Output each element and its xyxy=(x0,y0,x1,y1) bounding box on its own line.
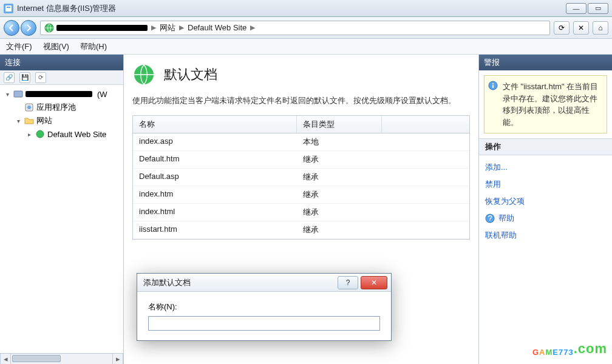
chevron-right-icon: ▶ xyxy=(178,24,185,32)
dialog-titlebar[interactable]: 添加默认文档 ? ✕ xyxy=(137,274,391,292)
svg-point-7 xyxy=(27,106,31,109)
add-document-dialog: 添加默认文档 ? ✕ 名称(N): xyxy=(137,273,392,341)
svg-rect-2 xyxy=(7,7,10,8)
breadcrumb-default-site[interactable]: Default Web Site xyxy=(188,23,246,32)
cell-name: index.htm xyxy=(133,186,297,203)
menu-view[interactable]: 视图(V) xyxy=(43,41,69,52)
window-controls: — ▭ xyxy=(566,3,608,14)
cell-type: 继承 xyxy=(297,186,382,203)
tree-refresh-button[interactable]: ⟳ xyxy=(35,72,46,83)
svg-rect-11 xyxy=(492,85,494,88)
default-document-icon xyxy=(132,63,155,86)
dialog-close-button[interactable]: ✕ xyxy=(361,276,387,289)
cell-name: index.html xyxy=(133,204,297,221)
table-row[interactable]: index.asp本地 xyxy=(133,133,469,151)
forward-button[interactable] xyxy=(21,20,36,36)
page-title: 默认文档 xyxy=(164,66,217,84)
refresh-button[interactable]: ⟳ xyxy=(554,21,570,35)
col-header-type[interactable]: 条目类型 xyxy=(297,116,382,133)
scroll-thumb[interactable] xyxy=(12,355,61,362)
server-icon xyxy=(13,89,23,99)
tree-sites-node[interactable]: ▾ 网站 xyxy=(1,114,122,127)
menu-bar: 文件(F) 视图(V) 帮助(H) xyxy=(0,39,612,55)
cell-type: 继承 xyxy=(297,151,382,168)
table-row[interactable]: index.html继承 xyxy=(133,204,469,221)
cell-name: Default.asp xyxy=(133,169,297,186)
help-icon: ? xyxy=(485,214,495,223)
col-header-spacer xyxy=(382,116,469,133)
alerts-header: 警报 xyxy=(479,55,612,70)
action-help[interactable]: ? 帮助 xyxy=(485,210,606,227)
dialog-name-input[interactable] xyxy=(148,316,380,331)
right-panel: 警报 文件 "iisstart.htm" 在当前目录中存在。建议您将此文件移到列… xyxy=(478,55,612,364)
cell-type: 继承 xyxy=(297,204,382,221)
cell-name: index.asp xyxy=(133,133,297,150)
cell-name: iisstart.htm xyxy=(133,221,297,238)
connections-header: 连接 xyxy=(0,55,123,70)
cell-name: Default.htm xyxy=(133,151,297,168)
action-revert[interactable]: 恢复为父项 xyxy=(485,193,606,210)
maximize-button[interactable]: ▭ xyxy=(588,3,608,14)
grid-header: 名称 条目类型 xyxy=(133,116,469,133)
actions-header: 操作 xyxy=(479,138,612,155)
action-disable[interactable]: 禁用 xyxy=(485,176,606,193)
menu-file[interactable]: 文件(F) xyxy=(6,41,32,52)
window-title: Internet 信息服务(IIS)管理器 xyxy=(17,3,116,14)
connect-button[interactable]: 🔗 xyxy=(4,72,15,83)
svg-point-8 xyxy=(36,130,44,138)
cell-type: 继承 xyxy=(297,221,382,238)
save-button[interactable]: 💾 xyxy=(19,72,30,83)
back-button[interactable] xyxy=(4,20,19,36)
action-online-help[interactable]: 联机帮助 xyxy=(485,227,606,244)
breadcrumb[interactable]: ▶ 网站 ▶ Default Web Site ▶ xyxy=(40,21,550,35)
tree-sites-label: 网站 xyxy=(36,115,52,126)
alert-text: 文件 "iisstart.htm" 在当前目录中存在。建议您将此文件移到列表顶部… xyxy=(503,82,598,127)
table-row[interactable]: iisstart.htm继承 xyxy=(133,221,469,239)
minimize-button[interactable]: — xyxy=(566,3,586,14)
breadcrumb-server-redacted xyxy=(56,25,148,31)
folder-icon xyxy=(24,116,34,126)
scroll-right-button[interactable]: ▸ xyxy=(112,354,123,364)
connections-toolbar: 🔗 💾 ⟳ xyxy=(0,70,123,85)
dialog-name-label: 名称(N): xyxy=(148,302,380,312)
tree-server-suffix: (W xyxy=(97,90,107,99)
chevron-right-icon: ▶ xyxy=(150,24,157,32)
page-description: 使用此功能指定当客户端未请求特定文件名时返回的默认文件。按优先级顺序设置默认文档… xyxy=(132,95,470,107)
dialog-help-button[interactable]: ? xyxy=(338,276,358,289)
table-row[interactable]: Default.htm继承 xyxy=(133,151,469,169)
cell-type: 本地 xyxy=(297,133,382,150)
svg-rect-12 xyxy=(492,83,494,84)
tree-app-pools[interactable]: 应用程序池 xyxy=(1,101,122,114)
watermark: GAME773.com xyxy=(532,334,607,360)
chevron-right-icon: ▶ xyxy=(249,24,256,32)
scroll-track[interactable] xyxy=(11,354,112,364)
svg-text:?: ? xyxy=(488,214,492,223)
menu-help[interactable]: 帮助(H) xyxy=(80,41,107,52)
window-titlebar: Internet 信息服务(IIS)管理器 — ▭ xyxy=(0,0,612,17)
dialog-title: 添加默认文档 xyxy=(143,277,338,288)
tree-horizontal-scrollbar[interactable]: ◂ ▸ xyxy=(0,353,123,364)
tree-default-site-label: Default Web Site xyxy=(47,130,106,139)
breadcrumb-sites[interactable]: 网站 xyxy=(160,22,175,33)
svg-rect-1 xyxy=(5,5,12,12)
app-pools-icon xyxy=(24,103,34,112)
tree-server-name-redacted xyxy=(25,91,92,97)
info-icon xyxy=(488,81,498,90)
action-add[interactable]: 添加... xyxy=(485,159,606,176)
globe-icon xyxy=(35,129,45,139)
navigation-bar: ▶ 网站 ▶ Default Web Site ▶ ⟳ ✕ ⌂ xyxy=(0,17,612,39)
tree-default-site[interactable]: ▸ Default Web Site xyxy=(1,127,122,141)
app-icon xyxy=(4,4,13,13)
col-header-name[interactable]: 名称 xyxy=(133,116,297,133)
table-row[interactable]: index.htm继承 xyxy=(133,186,469,204)
scroll-left-button[interactable]: ◂ xyxy=(0,354,11,364)
globe-icon xyxy=(44,23,54,33)
tree-server-node[interactable]: ▾ (W xyxy=(1,87,122,101)
alert-message: 文件 "iisstart.htm" 在当前目录中存在。建议您将此文件移到列表顶部… xyxy=(484,75,607,133)
home-button[interactable]: ⌂ xyxy=(593,21,608,35)
documents-grid: 名称 条目类型 index.asp本地Default.htm继承Default.… xyxy=(132,115,470,240)
stop-button[interactable]: ✕ xyxy=(573,21,589,35)
connections-panel: 连接 🔗 💾 ⟳ ▾ (W 应用程序池 ▾ 网站 xyxy=(0,55,124,364)
table-row[interactable]: Default.asp继承 xyxy=(133,169,469,186)
tree-app-pools-label: 应用程序池 xyxy=(36,102,76,113)
